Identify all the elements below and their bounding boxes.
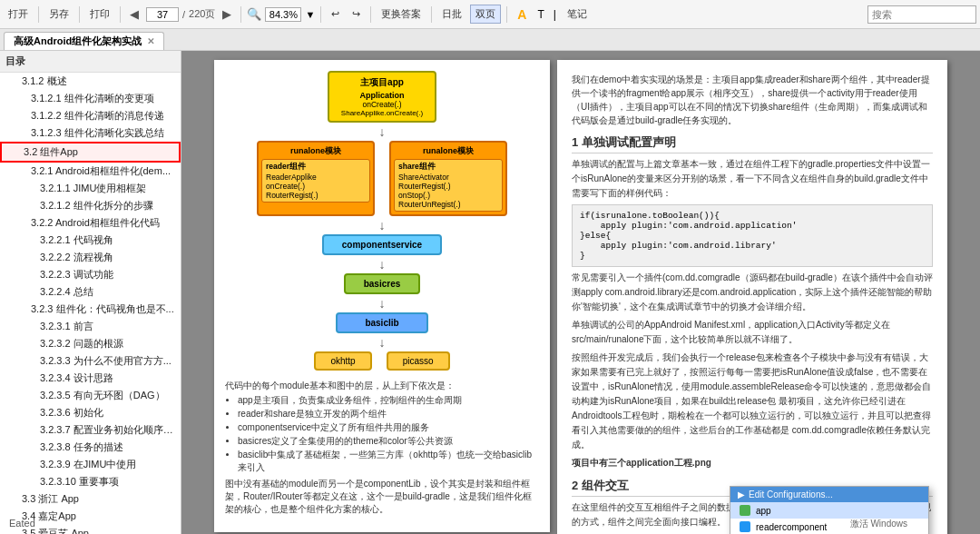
btn-print[interactable]: 打印 — [85, 5, 114, 23]
eated-text: Eated — [9, 518, 35, 529]
btn-open[interactable]: 打开 — [4, 5, 33, 23]
tab-close-icon[interactable]: ✕ — [147, 36, 154, 46]
toc-item-3233[interactable]: 3.2.3.3 为什么不使用官方方... — [0, 352, 181, 370]
zoom-input[interactable]: 84.3% — [265, 7, 301, 22]
sep7 — [431, 6, 432, 23]
run-icon: ▶ — [738, 490, 745, 499]
popup-item-app[interactable]: app — [730, 502, 928, 519]
btn-save[interactable]: 另存 — [44, 5, 74, 23]
toc-item-3236[interactable]: 3.2.3.6 初始化 — [0, 404, 181, 421]
router-register1: RouterRegist(.) — [266, 191, 366, 200]
main-layout: 目录 3.1.2 概述 3.1.2.1 组件化清晰的变更项 3.1.2.2 组件… — [0, 51, 980, 534]
btn-dual-page[interactable]: 双页 — [470, 5, 501, 24]
popup-header-label: Edit Configurations... — [749, 490, 833, 499]
toc-item-33[interactable]: 3.3 浙江 App — [0, 490, 181, 508]
caption-extra: 图中没有基础的module而另一个是componentLib，设个其实是封装和组… — [225, 478, 539, 516]
share-label: share组件 — [398, 162, 498, 173]
caption-item-2: componentservice中定义了所有组件共用的服务 — [238, 421, 539, 434]
btn-undo[interactable]: ↩ — [327, 6, 344, 22]
toc-item-322[interactable]: 3.2.2 Android相框组件化代码 — [0, 214, 181, 232]
toc-item-3239[interactable]: 3.2.3.9 在JIMU中使用 — [0, 456, 181, 473]
toc-item-32[interactable]: 3.2 组件App — [0, 142, 181, 163]
toc-item-3222[interactable]: 3.2.2.2 流程视角 — [0, 249, 181, 266]
arrow4: ↓ — [225, 298, 539, 309]
toc-item-3212[interactable]: 3.2.1.2 组件化拆分的步骤 — [0, 197, 181, 214]
toc-item-3232[interactable]: 3.2.3.2 问题的根源 — [0, 335, 181, 352]
rp-section2-note: 常见需要引入一个插件(com.dd.comgradle（源码都在build-gr… — [572, 271, 933, 314]
runalone-row: runalone模块 reader组件 ReaderApplike onCrea… — [225, 141, 539, 216]
toc-item-3237[interactable]: 3.2.3.7 配置业务初始化顺序方... — [0, 421, 181, 439]
popup-item-app-label: app — [756, 506, 771, 516]
caption-item-0: app是主项目，负责集成业务组件，控制组件的生命周期 — [238, 394, 539, 407]
toc-item-3121[interactable]: 3.1.2.1 组件化清晰的变更项 — [0, 90, 181, 107]
sidebar: 目录 3.1.2 概述 3.1.2.1 组件化清晰的变更项 3.1.2.2 组件… — [0, 51, 181, 534]
diagram-caption: 代码中的每个module基本和图中的层，从上到下依次是： app是主项目，负责集… — [225, 380, 539, 516]
toc-item-321[interactable]: 3.2.1 Android相框组件化(dem... — [0, 163, 181, 180]
zoom-out-icon[interactable]: 🔍 — [247, 7, 261, 21]
nav-next[interactable]: ▶ — [219, 5, 235, 23]
popup-header: ▶ Edit Configurations... — [730, 487, 928, 502]
basicres-row: basicres — [225, 273, 539, 294]
toc-item-3122[interactable]: 3.1.2.2 组件化清晰的消息传递 — [0, 107, 181, 124]
caption-item-3: basicres定义了全集使用的的theme和color等公共资源 — [238, 435, 539, 448]
btn-update-answer[interactable]: 更换答案 — [377, 5, 426, 23]
basiclib-box: basiclib — [336, 312, 427, 333]
toc-item-3234[interactable]: 3.2.3.4 设计思路 — [0, 370, 181, 387]
toc-item-32310[interactable]: 3.2.3.10 重要事项 — [0, 473, 181, 490]
rp-section1-title: 1 单独调试配置声明 — [572, 134, 933, 153]
toc-item-3123[interactable]: 3.1.2.3 组件化清晰化实践总结 — [0, 124, 181, 142]
sep6 — [370, 6, 371, 23]
caption-title: 代码中的每个module基本和图中的层，从上到下依次是： — [225, 380, 539, 392]
picasso-box: picasso — [387, 351, 450, 371]
arrow5: ↓ — [225, 337, 539, 348]
btn-note[interactable]: 笔记 — [563, 5, 592, 23]
popup-reader-icon — [740, 521, 750, 532]
shareapplike-label: ShareApplike.onCreate(.) — [338, 109, 426, 117]
toc-item-3221[interactable]: 3.2.2.1 代码视角 — [0, 232, 181, 249]
separator-icon: | — [551, 8, 559, 21]
page-input[interactable]: 37 — [146, 7, 179, 22]
page-left: 主项目app Application onCreate(.) ShareAppl… — [214, 60, 550, 532]
toc-item-3224[interactable]: 3.2.2.4 总结 — [0, 283, 181, 301]
popup-item-reader-label: readercomponent — [756, 522, 827, 532]
reader-label: reader组件 — [266, 162, 366, 173]
btn-highlight[interactable]: A — [513, 5, 531, 24]
zoom-dropdown-icon[interactable]: ▼ — [305, 9, 315, 20]
arrow2: ↓ — [225, 220, 539, 231]
btn-day-view[interactable]: 日批 — [437, 5, 466, 23]
toc-item-3211[interactable]: 3.2.1.1 JIMU使用相框架 — [0, 180, 181, 197]
main-app-box: 主项目app Application onCreate(.) ShareAppl… — [328, 71, 436, 123]
caption-item-1: reader和share是独立开发的两个组件 — [238, 408, 539, 420]
caption-item-4: basiclib中集成了基础框架，一些第三方库（okhttp等）也统一交给bas… — [238, 449, 539, 474]
toc-item-3235[interactable]: 3.2.3.5 有向无环图（DAG） — [0, 387, 181, 404]
arrow3: ↓ — [225, 259, 539, 270]
tab-label: 高级Android组件化架构实战 — [14, 35, 142, 48]
share-onstop: onStop(.) — [398, 191, 498, 200]
btn-redo[interactable]: ↪ — [348, 6, 365, 22]
rp-section1-text: 单独调试的配置与上篇文章基本一致，通过在组件工程下的gradle.propert… — [572, 157, 933, 201]
runalone-left-label: runalone模块 — [261, 145, 370, 157]
btn-font[interactable]: T — [534, 8, 546, 21]
toc-item-3238[interactable]: 3.2.3.8 任务的描述 — [0, 439, 181, 456]
reader-applike: ReaderApplike — [266, 173, 366, 182]
componentservice-row: componentservice — [225, 234, 539, 255]
search-input[interactable] — [867, 5, 976, 24]
toc-item-3231[interactable]: 3.2.3.1 前言 — [0, 318, 181, 335]
toolbar: 打开 另存 打印 ◀ 37 / 220页 ▶ 🔍 84.3% ▼ ↩ ↪ 更换答… — [0, 0, 980, 29]
libs-row: okhttp picasso — [225, 351, 539, 371]
runalone-right-box: runalone模块 share组件 ShareActivator Router… — [389, 141, 507, 216]
rp-code1: if(isrunalone.toBoolean()){ apply plugin… — [572, 204, 933, 267]
app-sublabel: Application — [338, 91, 426, 100]
sep4 — [240, 6, 241, 23]
sep5 — [320, 6, 321, 23]
toc-item-312[interactable]: 3.1.2 概述 — [0, 73, 181, 90]
rp-intro: 我们在demo中着实实现的场景是：主项目app集成reader和share两个组… — [572, 73, 933, 127]
page-total: / — [182, 9, 185, 20]
tab-main[interactable]: 高级Android组件化架构实战 ✕ — [4, 32, 164, 50]
oncreate-label: onCreate(.) — [338, 100, 426, 109]
toc-item-3223[interactable]: 3.2.2.3 调试功能 — [0, 266, 181, 283]
share-activator: ShareActivator — [398, 173, 498, 182]
toc-item-323[interactable]: 3.2.3 组件化：代码视角也是不... — [0, 301, 181, 318]
tabbar: 高级Android组件化架构实战 ✕ — [0, 29, 980, 51]
nav-prev[interactable]: ◀ — [126, 5, 142, 23]
